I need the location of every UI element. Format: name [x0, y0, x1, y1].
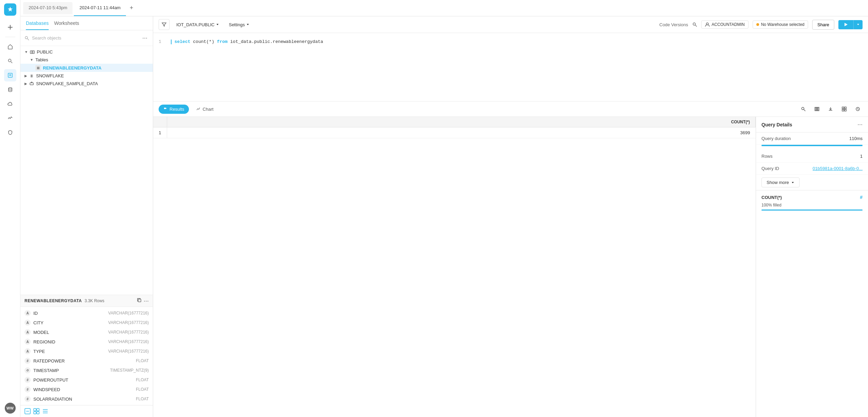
- show-more-button[interactable]: Show more: [761, 177, 800, 187]
- tree-item-tables[interactable]: ▼ Tables: [20, 56, 153, 64]
- download-button[interactable]: [826, 104, 835, 114]
- worksheet-button[interactable]: [4, 69, 16, 81]
- tab-results[interactable]: Results: [159, 105, 189, 114]
- qd-queryid-value[interactable]: 01b5981a-0001-8a6b-0...: [813, 166, 863, 171]
- editor-area: IOT_DATA.PUBLIC Settings Code Versions A…: [153, 16, 868, 417]
- line-number: 1: [159, 39, 161, 44]
- database-button[interactable]: [4, 83, 16, 96]
- panel-bottom: [20, 405, 153, 417]
- col-type-regionid: VARCHAR(16777216): [108, 339, 149, 344]
- col-name-timestamp: TIMESTAMP: [33, 368, 107, 373]
- col-type-ratedpower: FLOAT: [136, 358, 149, 363]
- col-row-ratedpower: # RATEDPOWER FLOAT: [20, 356, 153, 366]
- qd-duration-value: 110ms: [849, 136, 863, 141]
- tab-1[interactable]: 2024-07-10 5:43pm: [23, 2, 73, 14]
- panel-tabs: Databases Worksheets: [20, 16, 153, 30]
- col-type-poweroutput: FLOAT: [136, 377, 149, 382]
- db-icon-sample: [29, 81, 34, 86]
- qd-hash-icon: #: [860, 195, 863, 200]
- db-table-rows: 3.3K Rows: [84, 298, 104, 303]
- tree-item-snowflake-sample[interactable]: ▶ SNOWFLAKE_SAMPLE_DATA: [20, 80, 153, 88]
- activity-button[interactable]: [4, 112, 16, 124]
- user-avatar[interactable]: WW: [5, 403, 16, 414]
- settings-arrow-icon: [246, 23, 250, 26]
- left-panel: Databases Worksheets ··· ▼ PUBLIC ▼: [20, 16, 153, 417]
- col-type-icon-city: A: [25, 320, 31, 326]
- db-meta-more-button[interactable]: ···: [144, 298, 149, 304]
- add-button[interactable]: [4, 21, 16, 33]
- keyword-select: select: [174, 39, 193, 44]
- content-row: Databases Worksheets ··· ▼ PUBLIC ▼: [20, 16, 868, 417]
- tab-chart[interactable]: Chart: [192, 105, 218, 114]
- svg-rect-31: [845, 109, 846, 111]
- panel-icon-2[interactable]: [33, 408, 39, 414]
- tree-label-tables: Tables: [35, 57, 48, 62]
- qd-rows-row: Rows 1: [756, 150, 868, 163]
- expand-button[interactable]: [839, 104, 849, 114]
- qd-rows-label: Rows: [761, 154, 860, 159]
- share-button[interactable]: Share: [812, 20, 834, 30]
- db-context-selector[interactable]: IOT_DATA.PUBLIC: [174, 21, 222, 29]
- col-row-timestamp: ⏱ TIMESTAMP TIMESTAMP_NTZ(9): [20, 366, 153, 375]
- svg-rect-12: [138, 299, 141, 302]
- col-name-regionid: REGIONID: [33, 339, 106, 344]
- cloud-button[interactable]: [4, 98, 16, 110]
- db-context-label: IOT_DATA.PUBLIC: [176, 22, 214, 27]
- qd-header: Query Details ···: [756, 117, 868, 133]
- play-icon: [844, 22, 848, 27]
- search-more-button[interactable]: ···: [141, 34, 149, 42]
- search-results-button[interactable]: [799, 104, 808, 114]
- code-editor[interactable]: 1 select count(*) from iot_data.public.r…: [153, 33, 868, 101]
- col-type-icon-timestamp: ⏱: [25, 367, 31, 373]
- tree-label-public: PUBLIC: [37, 49, 53, 55]
- row-num-header: [153, 117, 167, 127]
- table-row: 1 3699: [153, 127, 756, 138]
- qd-fill-bar: [761, 210, 863, 211]
- col-row-solarradiation: # SOLARRADIATION FLOAT: [20, 394, 153, 404]
- tab-2-label: 2024-07-11 11:44am: [79, 5, 120, 10]
- app-logo: [4, 3, 16, 16]
- chart-tab-label: Chart: [203, 107, 213, 112]
- svg-line-1: [11, 62, 12, 63]
- tree-item-public[interactable]: ▼ PUBLIC: [20, 48, 153, 56]
- col-name-solarradiation: SOLARRADIATION: [33, 397, 133, 402]
- tab-1-label: 2024-07-10 5:43pm: [29, 5, 67, 10]
- tab-bar: 2024-07-10 5:43pm 2024-07-11 11:44am +: [20, 0, 868, 16]
- svg-rect-2: [8, 73, 12, 77]
- search-code-icon[interactable]: [692, 22, 697, 27]
- shield-button[interactable]: [4, 126, 16, 139]
- tab-worksheets[interactable]: Worksheets: [54, 20, 79, 30]
- panel-icon-3[interactable]: [42, 408, 48, 414]
- col-name-type: TYPE: [33, 349, 106, 354]
- settings-label: Settings: [229, 22, 245, 27]
- run-dropdown-button[interactable]: [853, 20, 863, 29]
- svg-rect-27: [818, 107, 819, 111]
- qd-title: Query Details: [761, 122, 857, 127]
- history-button[interactable]: [853, 104, 863, 114]
- db-meta-actions: ···: [137, 298, 149, 304]
- copy-icon[interactable]: [137, 298, 142, 303]
- run-button[interactable]: [838, 20, 853, 29]
- column-list: A ID VARCHAR(16777216) A CITY VARCHAR(16…: [20, 307, 153, 405]
- home-button[interactable]: [4, 41, 16, 53]
- search-button[interactable]: [4, 55, 16, 67]
- filter-button[interactable]: [159, 19, 170, 30]
- col-row-windspeed: # WINDSPEED FLOAT: [20, 385, 153, 394]
- qd-more-button[interactable]: ···: [857, 121, 863, 128]
- svg-rect-25: [815, 107, 816, 111]
- editor-toolbar-right: Code Versions ACCOUNTADMIN No Warehouse …: [659, 20, 863, 30]
- tree-item-renewableenergydata[interactable]: ▦ RENEWABLEENERGYDATA: [20, 64, 153, 72]
- tree-item-snowflake[interactable]: ▶ SNOWFLAKE: [20, 72, 153, 80]
- show-more-chevron-icon: [791, 181, 794, 184]
- tab-2[interactable]: 2024-07-11 11:44am: [74, 0, 126, 16]
- add-tab-button[interactable]: +: [126, 3, 137, 14]
- tab-databases[interactable]: Databases: [26, 20, 49, 30]
- editor-toolbar: IOT_DATA.PUBLIC Settings Code Versions A…: [153, 16, 868, 33]
- search-input[interactable]: [32, 35, 138, 41]
- svg-point-0: [8, 59, 11, 62]
- qd-duration-bar: [756, 145, 868, 150]
- code-versions-label: Code Versions: [659, 22, 688, 27]
- settings-selector[interactable]: Settings: [226, 21, 252, 29]
- columns-button[interactable]: [812, 104, 822, 114]
- panel-icon-1[interactable]: [25, 408, 31, 414]
